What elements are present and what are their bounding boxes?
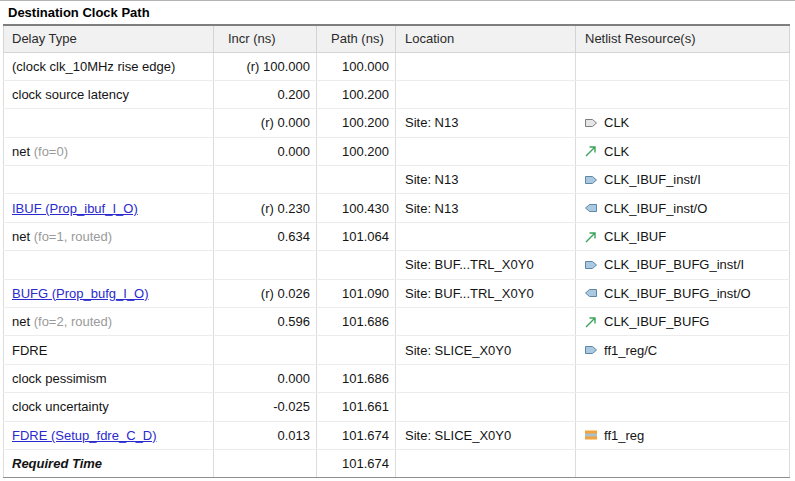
output-pin-icon bbox=[584, 286, 598, 300]
location-cell bbox=[396, 52, 576, 80]
location-cell: Site: SLICE_X0Y0 bbox=[396, 421, 576, 449]
path-cell: 100.200 bbox=[317, 109, 396, 137]
path-cell: 100.430 bbox=[317, 194, 396, 222]
table-row[interactable]: net (fo=2, routed) 0.596 101.686 CLK_IBU… bbox=[4, 308, 790, 336]
location-cell bbox=[396, 222, 576, 250]
delay-type-cell: FDRE bbox=[4, 336, 214, 364]
output-pin-icon bbox=[584, 201, 598, 215]
delay-type-cell: net (fo=2, routed) bbox=[4, 308, 214, 336]
delay-type-cell: BUFG (Prop_bufg_I_O) bbox=[4, 279, 214, 307]
location-cell: Site: N13 bbox=[396, 166, 576, 194]
column-header-incr[interactable]: Incr (ns) bbox=[214, 25, 317, 52]
incr-cell bbox=[214, 166, 317, 194]
incr-cell: 0.596 bbox=[214, 308, 317, 336]
delay-type-link[interactable]: IBUF (Prop_ibuf_I_O) bbox=[12, 201, 138, 216]
netlist-resource-cell: CLK_IBUF_BUFG_inst/I bbox=[576, 251, 790, 279]
column-header-netlist-resource[interactable]: Netlist Resource(s) bbox=[576, 25, 790, 52]
delay-type-cell bbox=[4, 166, 214, 194]
delay-type-cell: IBUF (Prop_ibuf_I_O) bbox=[4, 194, 214, 222]
path-cell bbox=[317, 336, 396, 364]
incr-cell: 0.634 bbox=[214, 222, 317, 250]
delay-type-annotation: (fo=0) bbox=[30, 144, 68, 159]
net-icon bbox=[584, 230, 598, 244]
netlist-resource-cell bbox=[576, 449, 790, 477]
location-cell bbox=[396, 449, 576, 477]
netlist-resource-text: CLK_IBUF_inst/O bbox=[604, 201, 707, 216]
delay-type-cell bbox=[4, 251, 214, 279]
delay-type-link[interactable]: BUFG (Prop_bufg_I_O) bbox=[12, 286, 149, 301]
incr-cell: (r) 100.000 bbox=[214, 52, 317, 80]
column-header-location[interactable]: Location bbox=[396, 25, 576, 52]
table-row[interactable]: FDRE (Setup_fdre_C_D) 0.013 101.674 Site… bbox=[4, 421, 790, 449]
incr-cell: 0.013 bbox=[214, 421, 317, 449]
netlist-resource-text: ff1_reg bbox=[604, 428, 644, 443]
delay-type-text: (clock clk_10MHz rise edge) bbox=[12, 59, 175, 74]
net-icon bbox=[584, 315, 598, 329]
netlist-resource-text: CLK bbox=[604, 144, 629, 159]
table-row[interactable]: net (fo=0) 0.000 100.200 CLK bbox=[4, 137, 790, 165]
column-header-path[interactable]: Path (ns) bbox=[317, 25, 396, 52]
path-cell: 101.090 bbox=[317, 279, 396, 307]
table-row[interactable]: Site: BUF...TRL_X0Y0 CLK_IBUF_BUFG_inst/… bbox=[4, 251, 790, 279]
incr-cell: -0.025 bbox=[214, 393, 317, 421]
netlist-resource-cell: CLK bbox=[576, 137, 790, 165]
table-row[interactable]: IBUF (Prop_ibuf_I_O) (r) 0.230 100.430 S… bbox=[4, 194, 790, 222]
path-cell: 101.674 bbox=[317, 449, 396, 477]
delay-type-text: net bbox=[12, 314, 30, 329]
delay-type-cell: net (fo=0) bbox=[4, 137, 214, 165]
table-body: (clock clk_10MHz rise edge) (r) 100.000 … bbox=[4, 52, 790, 478]
path-cell: 100.000 bbox=[317, 52, 396, 80]
destination-clock-path-table: Delay Type Incr (ns) Path (ns) Location … bbox=[3, 24, 789, 478]
cell-icon bbox=[584, 428, 598, 442]
location-cell: Site: N13 bbox=[396, 109, 576, 137]
table-row[interactable]: Required Time 101.674 bbox=[4, 449, 790, 477]
section-title: Destination Clock Path bbox=[0, 1, 795, 24]
netlist-resource-text: CLK_IBUF_BUFG_inst/I bbox=[604, 257, 744, 272]
delay-type-text: net bbox=[12, 144, 30, 159]
netlist-resource-cell: CLK_IBUF_inst/I bbox=[576, 166, 790, 194]
location-cell bbox=[396, 364, 576, 392]
delay-type-cell: net (fo=1, routed) bbox=[4, 222, 214, 250]
column-header-delay-type[interactable]: Delay Type bbox=[4, 25, 214, 52]
table-row[interactable]: Site: N13 CLK_IBUF_inst/I bbox=[4, 166, 790, 194]
incr-cell: 0.200 bbox=[214, 80, 317, 108]
path-cell: 100.200 bbox=[317, 137, 396, 165]
table-row[interactable]: FDRE Site: SLICE_X0Y0 ff1_reg/C bbox=[4, 336, 790, 364]
location-cell: Site: BUF...TRL_X0Y0 bbox=[396, 279, 576, 307]
delay-type-cell: FDRE (Setup_fdre_C_D) bbox=[4, 421, 214, 449]
table-row[interactable]: BUFG (Prop_bufg_I_O) (r) 0.026 101.090 S… bbox=[4, 279, 790, 307]
delay-type-annotation: (fo=1, routed) bbox=[30, 229, 112, 244]
delay-type-link[interactable]: FDRE (Setup_fdre_C_D) bbox=[12, 428, 157, 443]
input-pin-icon bbox=[584, 343, 598, 357]
delay-type-cell: (clock clk_10MHz rise edge) bbox=[4, 52, 214, 80]
table-row[interactable]: clock source latency 0.200 100.200 bbox=[4, 80, 790, 108]
delay-type-text: clock source latency bbox=[12, 87, 129, 102]
path-cell: 101.064 bbox=[317, 222, 396, 250]
table-row[interactable]: clock pessimism 0.000 101.686 bbox=[4, 364, 790, 392]
incr-cell: 0.000 bbox=[214, 364, 317, 392]
table-row[interactable]: (r) 0.000 100.200 Site: N13 CLK bbox=[4, 109, 790, 137]
netlist-resource-text: CLK_IBUF bbox=[604, 229, 666, 244]
location-cell bbox=[396, 137, 576, 165]
delay-type-cell bbox=[4, 109, 214, 137]
netlist-resource-cell: ff1_reg/C bbox=[576, 336, 790, 364]
incr-cell: 0.000 bbox=[214, 137, 317, 165]
location-cell: Site: BUF...TRL_X0Y0 bbox=[396, 251, 576, 279]
path-cell bbox=[317, 251, 396, 279]
netlist-resource-cell bbox=[576, 52, 790, 80]
net-icon bbox=[584, 144, 598, 158]
location-cell: Site: SLICE_X0Y0 bbox=[396, 336, 576, 364]
delay-type-text: clock uncertainty bbox=[12, 399, 109, 414]
netlist-resource-text: CLK_IBUF_BUFG_inst/O bbox=[604, 286, 751, 301]
table-row[interactable]: net (fo=1, routed) 0.634 101.064 CLK_IBU… bbox=[4, 222, 790, 250]
table-row[interactable]: clock uncertainty -0.025 101.661 bbox=[4, 393, 790, 421]
table-row[interactable]: (clock clk_10MHz rise edge) (r) 100.000 … bbox=[4, 52, 790, 80]
path-cell bbox=[317, 166, 396, 194]
netlist-resource-text: CLK bbox=[604, 115, 629, 130]
netlist-resource-text: CLK_IBUF_inst/I bbox=[604, 172, 701, 187]
incr-cell bbox=[214, 251, 317, 279]
netlist-resource-cell: CLK bbox=[576, 109, 790, 137]
incr-cell bbox=[214, 449, 317, 477]
location-cell bbox=[396, 308, 576, 336]
location-cell bbox=[396, 393, 576, 421]
